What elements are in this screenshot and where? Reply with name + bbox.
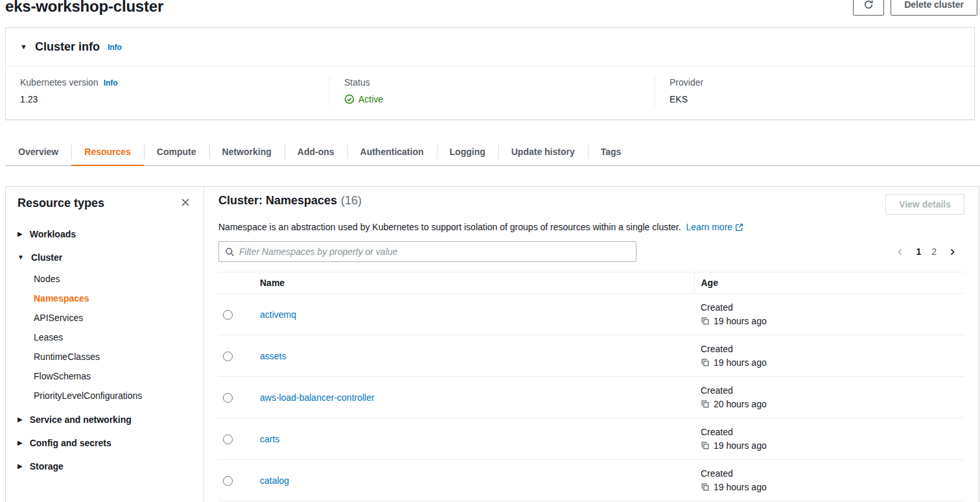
tree-item-flowschemas[interactable]: FlowSchemas <box>34 366 192 386</box>
column-header-name: Name <box>253 272 694 294</box>
column-header-age: Age <box>694 272 964 294</box>
kubernetes-version-value: 1.23 <box>20 94 315 104</box>
row-radio-button[interactable] <box>223 476 233 486</box>
tab-add-ons[interactable]: Add-ons <box>285 139 347 165</box>
tree-item-apiservices[interactable]: APIServices <box>34 308 192 328</box>
page-number-2[interactable]: 2 <box>931 246 937 257</box>
tab-update-history[interactable]: Update history <box>498 139 588 165</box>
provider-value: EKS <box>670 94 960 104</box>
external-link-icon <box>735 223 743 232</box>
table-row: aws-load-balancer-controller Created 20 … <box>218 377 964 418</box>
caret-right-icon: ▶ <box>18 416 23 423</box>
cluster-info-body: Kubernetes version Info 1.23 Status Acti… <box>6 67 974 115</box>
namespace-link[interactable]: activemq <box>260 309 296 320</box>
pagination: 1 2 <box>894 246 958 257</box>
search-icon <box>225 247 235 257</box>
field-status: Status Active <box>330 75 655 106</box>
cluster-info-header[interactable]: ▼ Cluster info Info <box>6 28 974 67</box>
namespaces-main-panel: Cluster: Namespaces(16) View details Nam… <box>204 187 979 502</box>
resources-split-panel: Resource types ▶ Workloads ▼ <box>5 186 979 502</box>
caret-down-icon: ▼ <box>20 43 27 51</box>
cluster-info-title: Cluster info <box>35 40 100 54</box>
tree-group-label: Storage <box>30 461 64 472</box>
next-page-button[interactable] <box>947 246 958 257</box>
resource-tree: ▶ Workloads ▼ Cluster Nodes Namespaces A… <box>18 222 192 478</box>
tree-item-prioritylevelconfigurations[interactable]: PriorityLevelConfigurations <box>34 386 192 405</box>
cluster-info-info-link[interactable]: Info <box>108 43 122 52</box>
namespace-link[interactable]: aws-load-balancer-controller <box>260 392 375 403</box>
check-circle-icon <box>344 94 355 104</box>
namespace-link[interactable]: carts <box>260 434 279 444</box>
tab-authentication[interactable]: Authentication <box>347 139 437 165</box>
tab-resources[interactable]: Resources <box>71 139 144 165</box>
copy-icon[interactable] <box>701 317 710 326</box>
learn-more-link[interactable]: Learn more <box>686 221 744 233</box>
kubernetes-version-info-link[interactable]: Info <box>104 78 118 88</box>
tree-item-runtimeclasses[interactable]: RuntimeClasses <box>34 347 192 366</box>
namespaces-description: Namespace is an abstraction used by Kube… <box>218 221 964 233</box>
namespace-link[interactable]: catalog <box>260 475 289 486</box>
tab-overview[interactable]: Overview <box>5 139 71 165</box>
close-panel-button[interactable] <box>179 196 192 211</box>
cluster-tabs: Overview Resources Compute Networking Ad… <box>5 139 980 166</box>
tree-group-workloads[interactable]: ▶ Workloads <box>18 222 192 246</box>
tab-tags[interactable]: Tags <box>588 139 635 165</box>
namespace-link[interactable]: assets <box>260 351 286 361</box>
age-value: 19 hours ago <box>714 482 767 492</box>
age-value: 19 hours ago <box>714 316 767 326</box>
tab-networking[interactable]: Networking <box>209 139 285 165</box>
created-label: Created <box>701 468 958 479</box>
field-label: Provider <box>670 77 703 88</box>
view-details-button[interactable]: View details <box>885 194 964 215</box>
tree-group-config-and-secrets[interactable]: ▶ Config and secrets <box>18 431 192 455</box>
caret-right-icon: ▶ <box>18 440 23 446</box>
previous-page-button[interactable] <box>894 246 905 257</box>
age-value: 19 hours ago <box>714 357 767 368</box>
age-value: 20 hours ago <box>714 399 767 409</box>
row-radio-button[interactable] <box>223 310 233 320</box>
chevron-left-icon <box>896 248 904 256</box>
filter-input-container <box>218 241 636 262</box>
chevron-right-icon <box>948 248 957 256</box>
tree-group-label: Service and networking <box>30 414 132 425</box>
table-row: carts Created 19 hours ago <box>218 418 964 460</box>
created-label: Created <box>701 344 958 354</box>
eks-cluster-page: eks-workshop-cluster Delete cluster ▼ Cl… <box>0 0 980 502</box>
tree-item-nodes[interactable]: Nodes <box>34 269 192 289</box>
tree-group-cluster[interactable]: ▼ Cluster <box>18 246 192 269</box>
copy-icon[interactable] <box>701 483 710 492</box>
refresh-button[interactable] <box>853 0 884 16</box>
table-row: catalog Created 19 hours ago <box>218 460 964 501</box>
tree-group-label: Workloads <box>30 229 76 239</box>
tab-logging[interactable]: Logging <box>437 139 498 165</box>
row-radio-button[interactable] <box>223 435 233 444</box>
header-actions: Delete cluster <box>853 0 977 16</box>
tree-group-service-and-networking[interactable]: ▶ Service and networking <box>18 408 192 431</box>
caret-down-icon: ▼ <box>18 254 24 261</box>
tab-compute[interactable]: Compute <box>144 139 209 165</box>
created-label: Created <box>701 302 958 313</box>
row-radio-button[interactable] <box>223 352 233 361</box>
tree-group-label: Cluster <box>31 252 62 263</box>
copy-icon[interactable] <box>701 358 710 367</box>
delete-cluster-button[interactable]: Delete cluster <box>891 0 977 16</box>
namespaces-title: Cluster: Namespaces(16) <box>218 194 362 208</box>
row-radio-button[interactable] <box>223 393 233 403</box>
table-row: assets Created 19 hours ago <box>218 335 964 377</box>
tree-item-namespaces[interactable]: Namespaces <box>34 289 192 308</box>
tree-item-leases[interactable]: Leases <box>34 328 192 347</box>
namespaces-table: Name Age activemq Created 19 hours ago <box>218 272 964 501</box>
namespaces-count: (16) <box>341 194 362 207</box>
cluster-info-card: ▼ Cluster info Info Kubernetes version I… <box>5 27 975 120</box>
caret-right-icon: ▶ <box>18 463 23 470</box>
tree-group-storage[interactable]: ▶ Storage <box>18 455 192 478</box>
resource-types-panel: Resource types ▶ Workloads ▼ <box>6 187 204 502</box>
field-label: Kubernetes version <box>20 77 99 88</box>
page-number-1[interactable]: 1 <box>916 246 921 257</box>
filter-input[interactable] <box>239 246 630 257</box>
copy-icon[interactable] <box>701 441 710 450</box>
created-label: Created <box>701 385 958 396</box>
copy-icon[interactable] <box>701 400 710 409</box>
table-row: activemq Created 19 hours ago <box>218 294 964 335</box>
caret-right-icon: ▶ <box>18 231 23 237</box>
